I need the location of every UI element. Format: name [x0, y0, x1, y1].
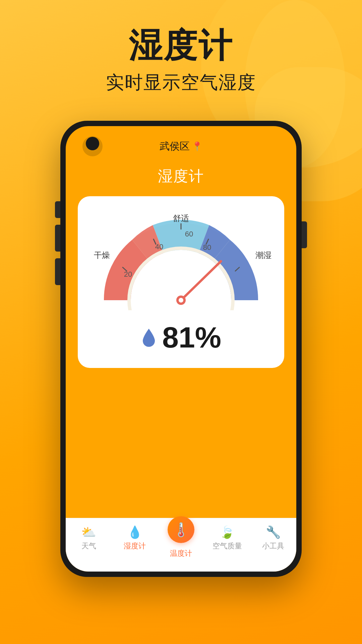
phone-app-title: 湿度计 [66, 166, 296, 186]
thermometer-icon: 🌡️ [173, 522, 189, 538]
main-title: 湿度计 [0, 27, 362, 64]
svg-text:40: 40 [155, 243, 163, 251]
thermometer-circle: 🌡️ [168, 516, 194, 543]
gauge-card: 干燥 舒适 潮湿 [78, 196, 284, 368]
nav-item-tools[interactable]: 🔧 小工具 [250, 524, 296, 551]
nav-item-airquality[interactable]: 🍃 空气质量 [204, 524, 250, 551]
header-area: 湿度计 实时显示空气湿度 [0, 27, 362, 95]
svg-text:60: 60 [185, 230, 193, 238]
humidity-value-display: 81% [141, 320, 221, 355]
power-button [302, 221, 307, 248]
humidity-percentage: 81% [162, 320, 221, 355]
location-display: 武侯区 📍 [160, 140, 202, 153]
weather-icon: ⛅ [81, 526, 96, 538]
location-text: 武侯区 [160, 140, 190, 153]
label-comfort: 舒适 [173, 213, 189, 224]
svg-text:20: 20 [124, 270, 132, 278]
nav-item-humidity[interactable]: 💧 湿度计 [112, 524, 158, 551]
location-icon: 📍 [192, 141, 202, 152]
phone-topbar: + 武侯区 📍 [66, 126, 296, 156]
volume-down-button [55, 258, 60, 285]
nav-label-thermometer: 温度计 [170, 548, 192, 558]
nav-item-weather[interactable]: ⛅ 天气 [66, 524, 112, 551]
gauge-svg: 20 40 60 80 [87, 210, 275, 310]
nav-label-weather: 天气 [81, 541, 96, 551]
label-humid: 潮湿 [255, 250, 272, 261]
label-dry: 干燥 [94, 250, 110, 261]
nav-item-thermometer[interactable]: 🌡️ 温度计 [158, 524, 204, 558]
phone-bottom-nav: ⛅ 天气 💧 湿度计 🌡️ 温度计 🍃 空气质量 🔧 小工具 [66, 518, 296, 572]
nav-label-humidity: 湿度计 [124, 541, 146, 551]
camera-hole [86, 137, 99, 150]
airquality-icon: 🍃 [220, 526, 235, 538]
mute-button [55, 201, 60, 218]
svg-point-12 [179, 298, 183, 303]
gauge-container: 干燥 舒适 潮湿 [87, 210, 275, 310]
sub-title: 实时显示空气湿度 [0, 70, 362, 95]
water-drop-icon [141, 327, 157, 347]
tools-icon: 🔧 [266, 526, 281, 538]
volume-up-button [55, 225, 60, 252]
nav-label-airquality: 空气质量 [213, 541, 242, 551]
humidity-icon: 💧 [127, 526, 142, 538]
phone-screen: + 武侯区 📍 湿度计 干燥 舒适 潮湿 [66, 126, 296, 572]
svg-text:80: 80 [203, 243, 211, 252]
phone-mockup: + 武侯区 📍 湿度计 干燥 舒适 潮湿 [60, 121, 302, 577]
nav-label-tools: 小工具 [262, 541, 284, 551]
